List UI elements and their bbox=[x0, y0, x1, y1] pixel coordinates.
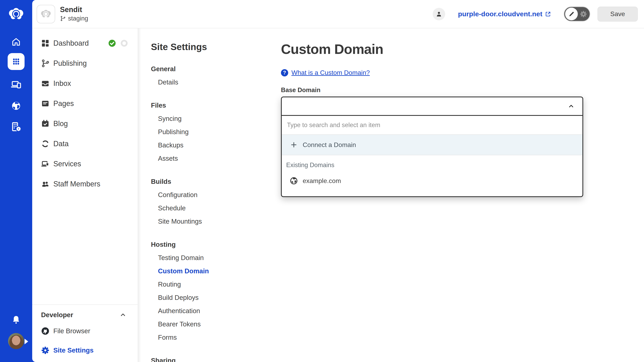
home-icon[interactable] bbox=[0, 37, 32, 47]
top-bar: Sendit staging bbox=[32, 0, 644, 28]
dropdown-search-row bbox=[282, 116, 582, 135]
globe-icon bbox=[290, 177, 298, 185]
base-domain-dropdown: Connect a Domain Existing Domains bbox=[281, 96, 583, 197]
site-logo-icon[interactable] bbox=[37, 5, 55, 23]
git-branch-icon bbox=[60, 15, 66, 21]
app-window: Sendit staging bbox=[0, 0, 644, 362]
settings-item-bearer-tokens[interactable]: Bearer Tokens bbox=[151, 318, 266, 331]
settings-group-hosting: Hosting Testing Domain Custom Domain Rou… bbox=[151, 238, 266, 344]
settings-group-general: General Details bbox=[151, 62, 266, 89]
developer-section-label: Developer bbox=[41, 311, 73, 319]
settings-item-build-deploys[interactable]: Build Deploys bbox=[151, 291, 266, 304]
settings-item-configuration[interactable]: Configuration bbox=[151, 188, 266, 202]
gear-icon bbox=[41, 346, 50, 355]
globe-icon[interactable] bbox=[0, 100, 32, 111]
body-columns: Dashboard bbox=[32, 28, 644, 362]
settings-item-routing[interactable]: Routing bbox=[151, 278, 266, 291]
dropdown-search-input[interactable] bbox=[286, 121, 578, 129]
services-icon bbox=[41, 159, 50, 168]
status-ring-icon bbox=[121, 40, 128, 47]
settings-group-label: Builds bbox=[151, 175, 266, 188]
sidebar-item-data[interactable]: Data bbox=[32, 134, 138, 154]
blog-calendar-icon bbox=[41, 119, 50, 128]
sidebar-item-site-settings[interactable]: Site Settings bbox=[32, 341, 138, 360]
connect-a-domain-label: Connect a Domain bbox=[303, 141, 356, 149]
sidebar-item-file-browser[interactable]: File Browser bbox=[32, 321, 138, 341]
cloudcannon-logo-icon[interactable] bbox=[0, 6, 32, 23]
settings-group-sharing: Sharing bbox=[151, 354, 266, 362]
account-avatar[interactable] bbox=[433, 8, 445, 20]
sidebar-item-label: Data bbox=[53, 140, 69, 148]
settings-item-backups[interactable]: Backups bbox=[151, 139, 266, 152]
sidebar-item-label: File Browser bbox=[53, 327, 90, 335]
save-button[interactable]: Save bbox=[598, 7, 638, 21]
settings-group-builds: Builds Configuration Schedule Site Mount… bbox=[151, 175, 266, 228]
sidebar-item-publishing[interactable]: Publishing bbox=[32, 53, 138, 73]
main-content: Custom Domain ? What is a Custom Domain?… bbox=[266, 28, 644, 362]
user-avatar[interactable] bbox=[8, 333, 24, 349]
sidebar-item-label: Blog bbox=[53, 119, 68, 128]
sidebar-item-inbox[interactable]: Inbox bbox=[32, 73, 138, 93]
settings-nav-title: Site Settings bbox=[151, 41, 266, 52]
pages-icon bbox=[41, 99, 50, 108]
domain-option-label: example.com bbox=[303, 177, 341, 185]
domain-option-example-com[interactable]: example.com bbox=[282, 170, 582, 192]
notifications-bell-icon[interactable] bbox=[0, 315, 32, 325]
settings-item-authentication[interactable]: Authentication bbox=[151, 304, 266, 318]
sidebar-item-staff-members[interactable]: Staff Members bbox=[32, 174, 138, 194]
icon-rail bbox=[0, 0, 32, 362]
status-check-icon bbox=[108, 39, 116, 47]
sidebar-item-services[interactable]: Services bbox=[32, 154, 138, 174]
gear-icon[interactable] bbox=[580, 10, 587, 18]
sidebar-item-label: Publishing bbox=[53, 59, 87, 67]
devices-icon[interactable] bbox=[0, 79, 32, 90]
developer-section: Developer File Bro bbox=[32, 305, 138, 362]
settings-group-label: General bbox=[151, 62, 266, 76]
sidebar-item-label: Services bbox=[53, 160, 81, 168]
settings-item-assets[interactable]: Assets bbox=[151, 152, 266, 165]
sidebar-item-label: Pages bbox=[53, 99, 74, 108]
preview-url-link[interactable]: purple-door.cloudvent.net bbox=[458, 10, 542, 18]
edit-settings-mode-toggle[interactable] bbox=[564, 6, 590, 21]
existing-domains-label: Existing Domains bbox=[282, 160, 582, 170]
sync-status bbox=[108, 39, 128, 47]
dashboard-icon bbox=[41, 39, 50, 48]
main-panel: Sendit staging bbox=[32, 0, 644, 362]
top-bar-actions: purple-door.cloudvent.net bbox=[433, 6, 638, 21]
avatar-flyout-arrow-icon[interactable] bbox=[24, 339, 28, 344]
question-circle-icon: ? bbox=[281, 69, 288, 76]
site-meta: Sendit staging bbox=[60, 6, 88, 22]
apps-grid-icon-active[interactable] bbox=[8, 53, 24, 70]
sidebar-item-blog[interactable]: Blog bbox=[32, 114, 138, 134]
base-domain-label: Base Domain bbox=[281, 86, 644, 94]
github-icon bbox=[41, 327, 50, 336]
settings-item-testing-domain[interactable]: Testing Domain bbox=[151, 251, 266, 265]
settings-item-details[interactable]: Details bbox=[151, 76, 266, 89]
chevron-up-icon bbox=[568, 103, 575, 110]
publishing-icon bbox=[41, 59, 50, 68]
sidebar-item-label: Dashboard bbox=[53, 39, 89, 47]
developer-section-header[interactable]: Developer bbox=[32, 309, 138, 321]
preview-url[interactable]: purple-door.cloudvent.net bbox=[458, 10, 551, 18]
sidebar-item-dashboard[interactable]: Dashboard bbox=[32, 33, 138, 53]
settings-item-forms[interactable]: Forms bbox=[151, 331, 266, 344]
help-link[interactable]: What is a Custom Domain? bbox=[292, 69, 370, 76]
sidebar-item-pages[interactable]: Pages bbox=[32, 93, 138, 114]
branch-name: staging bbox=[68, 15, 88, 22]
settings-item-site-mountings[interactable]: Site Mountings bbox=[151, 215, 266, 228]
organization-icon[interactable] bbox=[0, 121, 32, 132]
sidebar-item-label: Staff Members bbox=[53, 180, 100, 188]
settings-group-files: Files Syncing Publishing Backups Assets bbox=[151, 99, 266, 165]
settings-item-syncing[interactable]: Syncing bbox=[151, 112, 266, 125]
base-domain-select[interactable] bbox=[281, 96, 583, 116]
sidebar-item-label: Inbox bbox=[53, 79, 71, 88]
inbox-icon bbox=[41, 79, 50, 88]
external-link-icon bbox=[545, 11, 551, 17]
pencil-icon[interactable] bbox=[565, 8, 578, 20]
settings-item-custom-domain[interactable]: Custom Domain bbox=[151, 265, 266, 278]
settings-item-publishing[interactable]: Publishing bbox=[151, 125, 266, 139]
connect-a-domain-option[interactable]: Connect a Domain bbox=[282, 135, 582, 155]
settings-item-schedule[interactable]: Schedule bbox=[151, 202, 266, 215]
settings-group-label: Sharing bbox=[151, 354, 266, 362]
settings-nav: Site Settings General Details Files Sync… bbox=[138, 28, 266, 362]
